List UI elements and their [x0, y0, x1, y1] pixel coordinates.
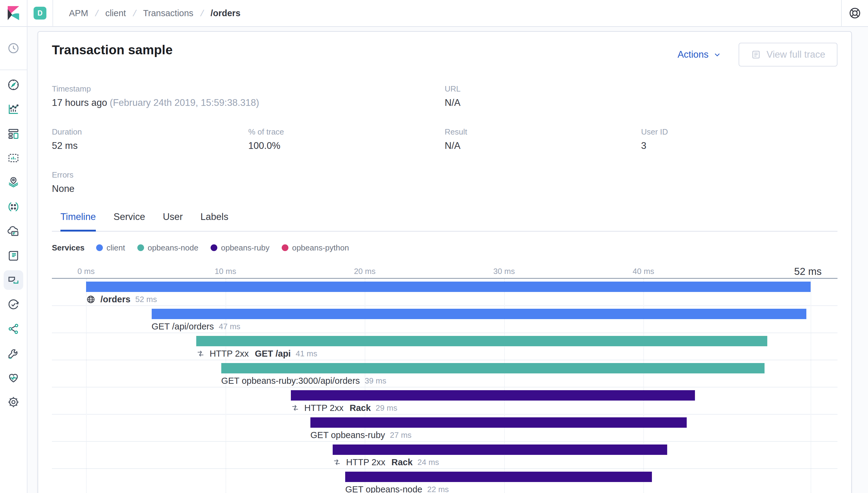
meta-duration: Duration 52 ms [52, 127, 249, 151]
sidebar-item-management[interactable] [0, 390, 27, 414]
visualize-icon [7, 103, 20, 116]
sidebar-item-graph[interactable] [0, 317, 27, 341]
page-title: Transaction sample [52, 43, 173, 57]
compass-icon [7, 78, 20, 91]
sidebar-item-apm[interactable] [0, 268, 27, 292]
span-label[interactable]: GET opbeans-node22 ms [345, 484, 449, 493]
breadcrumb-separator: / [132, 8, 137, 18]
tab-timeline[interactable]: Timeline [60, 211, 96, 232]
uptime-icon [7, 298, 20, 311]
waterfall-row: GET opbeans-ruby27 ms [52, 414, 838, 442]
sidebar-item-maps[interactable] [0, 170, 27, 195]
sidebar-item-uptime[interactable] [0, 292, 27, 317]
span-bar[interactable] [333, 445, 667, 455]
legend-item-client[interactable]: client [96, 243, 125, 253]
infrastructure-icon [7, 224, 20, 238]
apm-icon [7, 273, 20, 287]
sidebar-item-infrastructure[interactable] [0, 219, 27, 243]
span-duration: 22 ms [427, 485, 449, 493]
tab-labels[interactable]: Labels [200, 211, 228, 232]
span-label[interactable]: GET opbeans-ruby:3000/api/orders39 ms [221, 375, 386, 387]
waterfall-row: /orders52 ms [52, 279, 838, 306]
span-bar[interactable] [196, 336, 768, 346]
globe-icon [86, 295, 96, 304]
topbar-divider [27, 0, 27, 26]
legend-dot-icon [211, 244, 217, 251]
services-legend: Services clientopbeans-nodeopbeans-rubyo… [52, 242, 838, 253]
help-button[interactable] [842, 0, 868, 26]
dev-tools-icon [7, 347, 20, 360]
span-label[interactable]: HTTP 2xxGET /api41 ms [196, 348, 317, 359]
legend-label: opbeans-ruby [221, 243, 270, 253]
kibana-logo[interactable] [0, 0, 27, 26]
span-bar[interactable] [221, 363, 765, 373]
breadcrumb-item-orders: /orders [211, 8, 240, 18]
span-bar[interactable] [345, 472, 652, 482]
span-bar[interactable] [291, 390, 695, 401]
legend-title: Services [52, 243, 85, 253]
waterfall: /orders52 msGET /api/orders47 msHTTP 2xx… [52, 279, 838, 493]
breadcrumb-item-transactions[interactable]: Transactions [143, 8, 193, 18]
legend-item-opbeans-ruby[interactable]: opbeans-ruby [211, 243, 270, 253]
legend-item-opbeans-python[interactable]: opbeans-python [282, 243, 349, 253]
span-prefix: HTTP 2xx [346, 457, 385, 467]
meta-trace-pct: % of trace 100.0% [249, 127, 445, 151]
sidebar-item-recently-viewed[interactable] [0, 27, 27, 69]
span-label[interactable]: HTTP 2xxRack29 ms [291, 402, 397, 414]
meta-url: URL N/A [445, 84, 838, 108]
tab-user[interactable]: User [163, 211, 183, 232]
legend-item-opbeans-node[interactable]: opbeans-node [137, 243, 198, 253]
view-full-trace-button[interactable]: View full trace [739, 43, 838, 66]
clock-icon [7, 42, 20, 55]
span-bar[interactable] [86, 282, 811, 292]
transaction-sample-panel: Transaction sample Actions View full tra… [38, 31, 852, 493]
span-bar[interactable] [152, 309, 807, 319]
waterfall-row: GET opbeans-ruby:3000/api/orders39 ms [52, 360, 838, 387]
span-name: GET /api/orders [152, 322, 214, 331]
meta-result: Result N/A [445, 127, 641, 151]
tab-service[interactable]: Service [113, 211, 145, 232]
span-label[interactable]: HTTP 2xxRack24 ms [333, 456, 439, 468]
sidebar-item-dev-tools[interactable] [0, 341, 27, 365]
sidebar-item-canvas[interactable] [0, 146, 27, 170]
span-name: /orders [100, 294, 130, 304]
actions-dropdown[interactable]: Actions [678, 49, 721, 60]
sidebar-item-dashboard[interactable] [0, 122, 27, 146]
waterfall-row: HTTP 2xxRack24 ms [52, 442, 838, 469]
topbar-divider [52, 0, 53, 26]
breadcrumb: APM/client/Transactions//orders [69, 8, 240, 18]
breadcrumb-item-client[interactable]: client [105, 8, 126, 18]
machine-learning-icon [7, 200, 20, 214]
management-icon [7, 395, 20, 409]
logs-icon [7, 249, 20, 262]
space-avatar[interactable]: D [34, 7, 46, 20]
sidebar-item-logs[interactable] [0, 243, 27, 268]
span-bar[interactable] [311, 417, 687, 428]
span-prefix: HTTP 2xx [304, 403, 343, 413]
canvas-icon [7, 151, 20, 165]
sidebar-item-monitoring[interactable] [0, 365, 27, 390]
merge-icon [291, 404, 299, 412]
sidebar-item-discover[interactable] [0, 72, 27, 97]
waterfall-row: HTTP 2xxRack29 ms [52, 387, 838, 414]
waterfall-row: GET opbeans-node22 ms [52, 469, 838, 493]
monitoring-icon [7, 371, 20, 384]
axis-tick-label: 40 ms [633, 266, 654, 276]
breadcrumb-item-apm[interactable]: APM [69, 8, 88, 18]
span-label[interactable]: /orders52 ms [86, 294, 157, 305]
span-label[interactable]: GET opbeans-ruby27 ms [311, 429, 411, 441]
transaction-metadata: Timestamp 17 hours ago (February 24th 20… [52, 84, 838, 194]
span-prefix: HTTP 2xx [210, 349, 249, 359]
axis-tick-label: 10 ms [215, 266, 236, 276]
sidebar-item-machine-learning[interactable] [0, 195, 27, 219]
sidebar-divider [0, 69, 27, 70]
span-label[interactable]: GET /api/orders47 ms [152, 321, 240, 332]
timeline-chart: 0 ms10 ms20 ms30 ms40 ms52 ms /orders52 … [52, 262, 838, 493]
axis-total-duration: 52 ms [794, 266, 822, 277]
sidebar-item-visualize[interactable] [0, 97, 27, 122]
axis-tick-label: 30 ms [493, 266, 515, 276]
maps-icon [7, 176, 20, 189]
tabs: TimelineServiceUserLabels [52, 211, 838, 232]
span-duration: 52 ms [135, 295, 157, 304]
merge-icon [333, 458, 341, 467]
